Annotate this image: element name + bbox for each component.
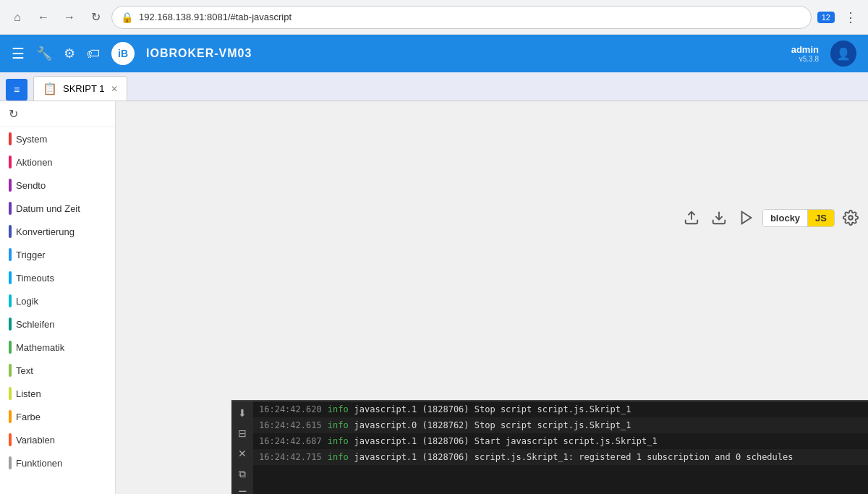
sidebar-item-label: Funktionen xyxy=(16,458,62,469)
forward-button[interactable]: → xyxy=(59,7,80,27)
sidebar-item-label: Aktionen xyxy=(16,157,53,168)
log-line: 16:24:42.687 info javascript.1 (1828706)… xyxy=(253,433,868,449)
editor-settings-button[interactable] xyxy=(839,206,862,229)
sidebar-item-aktionen[interactable]: Aktionen xyxy=(0,150,115,174)
sidebar: ↻ System Aktionen Sendto Datum und Zeit … xyxy=(0,101,116,494)
hamburger-menu-icon[interactable]: ☰ xyxy=(12,45,25,62)
log-clear-button[interactable]: ✕ xyxy=(237,446,248,461)
log-filter-button[interactable]: ⊟ xyxy=(237,426,248,440)
tab-icon: 📋 xyxy=(43,82,57,95)
log-line: 16:24:42.620 info javascript.1 (1828706)… xyxy=(253,401,868,417)
sidebar-refresh-button[interactable]: ↻ xyxy=(0,101,115,127)
sidebar-items-container: System Aktionen Sendto Datum und Zeit Ko… xyxy=(0,127,115,474)
app-header: ☰ 🔧 ⚙ 🏷 iB IOBROKER-VM03 admin v5.3.8 👤 xyxy=(0,35,868,72)
user-avatar[interactable]: 👤 xyxy=(830,41,856,67)
sidebar-item-mathematik[interactable]: Mathematik xyxy=(0,336,115,359)
sidebar-item-label: Sendto xyxy=(16,180,46,191)
log-level: info xyxy=(328,419,349,432)
sidebar-item-logik[interactable]: Logik xyxy=(0,289,115,312)
editor-toolbar: blocky JS xyxy=(680,206,862,229)
js-mode-button[interactable]: JS xyxy=(808,210,834,226)
settings-icon[interactable]: ⚙ xyxy=(64,46,75,61)
sidebar-item-datum-und-zeit[interactable]: Datum und Zeit xyxy=(0,197,115,220)
color-dot xyxy=(9,433,12,446)
color-dot xyxy=(9,387,12,400)
log-time: 16:24:42.620 xyxy=(259,403,322,416)
sidebar-item-schleifen[interactable]: Schleifen xyxy=(0,312,115,336)
tab-list-button[interactable]: ≡ xyxy=(6,79,27,101)
log-list-button[interactable]: ☰ xyxy=(237,487,249,494)
tab-label: SKRIPT 1 xyxy=(63,83,105,94)
wrench-icon[interactable]: 🔧 xyxy=(36,46,52,61)
log-toolbar: ⬇ ⊟ ✕ ⧉ ☰ 👁 xyxy=(231,401,253,494)
lock-icon: 🔒 xyxy=(121,12,133,23)
sidebar-item-system[interactable]: System xyxy=(0,127,115,150)
sidebar-item-label: Text xyxy=(16,365,33,376)
app-title: IOBROKER-VM03 xyxy=(146,47,252,60)
log-level: info xyxy=(328,435,349,448)
tab-bar: ≡ 📋 SKRIPT 1 ✕ xyxy=(0,72,868,101)
mode-toggle: blocky JS xyxy=(762,209,835,227)
export-button[interactable] xyxy=(680,206,703,229)
app-user-info: admin v5.3.8 xyxy=(791,44,819,63)
log-time: 16:24:42.715 xyxy=(259,451,322,464)
sidebar-item-label: Schleifen xyxy=(16,319,54,330)
browser-badge: 12 xyxy=(817,12,835,23)
svg-marker-2 xyxy=(741,212,751,224)
app-logo: iB xyxy=(111,42,135,65)
sidebar-item-text[interactable]: Text xyxy=(0,359,115,382)
address-bar[interactable]: 🔒 192.168.138.91:8081/#tab-javascript xyxy=(111,6,812,29)
log-text: javascript.1 (1828706) script.js.Skript_… xyxy=(354,451,793,464)
color-dot xyxy=(9,248,12,261)
color-dot xyxy=(9,410,12,423)
browser-chrome: ⌂ ← → ↻ 🔒 192.168.138.91:8081/#tab-javas… xyxy=(0,0,868,35)
tab-skript1[interactable]: 📋 SKRIPT 1 ✕ xyxy=(33,76,127,101)
import-button[interactable] xyxy=(707,206,731,229)
color-dot xyxy=(9,202,12,215)
log-time: 16:24:42.687 xyxy=(259,435,322,448)
sidebar-item-konvertierung[interactable]: Konvertierung xyxy=(0,220,115,243)
sidebar-item-trigger[interactable]: Trigger xyxy=(0,243,115,266)
log-line: 16:24:42.715 info javascript.1 (1828706)… xyxy=(253,449,868,465)
home-button[interactable]: ⌂ xyxy=(7,7,27,27)
color-dot xyxy=(9,456,12,469)
log-level: info xyxy=(328,403,349,416)
tab-close-button[interactable]: ✕ xyxy=(111,84,118,94)
main-layout: ↻ System Aktionen Sendto Datum und Zeit … xyxy=(0,101,868,494)
log-panel: ⬇ ⊟ ✕ ⧉ ☰ 👁 16:24:42.620 info javascript… xyxy=(231,400,868,494)
sidebar-item-funktionen[interactable]: Funktionen xyxy=(0,451,115,474)
sidebar-item-label: System xyxy=(16,134,47,145)
blocky-mode-button[interactable]: blocky xyxy=(763,210,808,226)
log-copy-button[interactable]: ⧉ xyxy=(237,467,247,482)
sidebar-item-listen[interactable]: Listen xyxy=(0,382,115,405)
log-level: info xyxy=(328,451,349,464)
browser-menu-button[interactable]: ⋮ xyxy=(841,7,861,27)
color-dot xyxy=(9,318,12,331)
color-dot xyxy=(9,341,12,354)
refresh-button[interactable]: ↻ xyxy=(85,7,106,27)
sidebar-item-timeouts[interactable]: Timeouts xyxy=(0,266,115,289)
log-download-button[interactable]: ⬇ xyxy=(237,406,248,420)
sidebar-item-label: Trigger xyxy=(16,250,46,260)
app-tools: 🔧 ⚙ 🏷 xyxy=(36,46,100,61)
sidebar-item-sendto[interactable]: Sendto xyxy=(0,174,115,197)
editor-area: blocky JS ⚙ Falls Objekt Objekt ID charg… xyxy=(116,101,868,494)
sidebar-item-variablen[interactable]: Variablen xyxy=(0,428,115,451)
color-dot xyxy=(9,225,12,238)
info-icon[interactable]: 🏷 xyxy=(87,46,100,61)
user-name: admin xyxy=(791,44,819,55)
sidebar-item-label: Timeouts xyxy=(16,273,54,284)
log-content: 16:24:42.620 info javascript.1 (1828706)… xyxy=(253,401,868,494)
log-line: 16:24:42.615 info javascript.0 (1828762)… xyxy=(253,417,868,433)
sidebar-item-farbe[interactable]: Farbe xyxy=(0,405,115,428)
run-button[interactable] xyxy=(735,206,758,229)
log-text: javascript.0 (1828762) Stop script scrip… xyxy=(354,419,631,432)
sidebar-item-label: Konvertierung xyxy=(16,226,75,237)
address-text: 192.168.138.91:8081/#tab-javascript xyxy=(139,12,292,22)
color-dot xyxy=(9,179,12,192)
sidebar-item-label: Listen xyxy=(16,388,41,399)
sidebar-item-label: Datum und Zeit xyxy=(16,203,80,214)
color-dot xyxy=(9,271,12,284)
sidebar-item-label: Mathematik xyxy=(16,342,64,353)
back-button[interactable]: ← xyxy=(33,7,54,27)
